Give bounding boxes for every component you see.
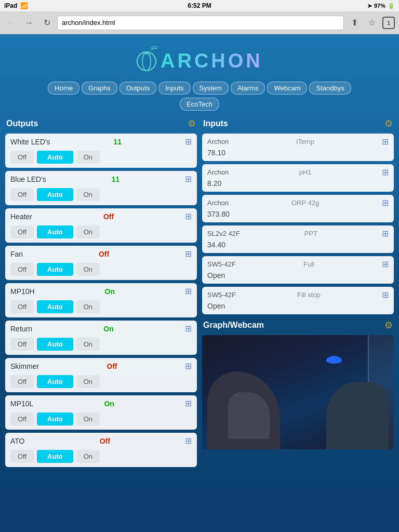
back-button[interactable]: ← <box>4 16 19 30</box>
nav-graphs[interactable]: Graphs <box>82 82 117 95</box>
output-settings-return[interactable]: ⊞ <box>185 324 192 334</box>
graph-webcam-title: Graph/Webcam <box>203 321 264 330</box>
output-value-ato: Off <box>100 437 110 445</box>
outputs-title: Outputs <box>6 119 38 128</box>
input-source-ph1: Archon <box>207 168 229 176</box>
output-auto-skimmer[interactable]: Auto <box>37 375 73 388</box>
status-time: 6:52 PM <box>188 2 211 9</box>
output-auto-white-leds[interactable]: Auto <box>37 151 73 164</box>
output-on-ato[interactable]: On <box>76 450 100 463</box>
input-value-sw5-full: Open <box>207 270 389 280</box>
input-source-itemp: Archon <box>207 138 229 145</box>
output-settings-heater[interactable]: ⊞ <box>185 211 192 221</box>
output-off-ato[interactable]: Off <box>10 450 34 463</box>
output-auto-mp10h[interactable]: Auto <box>37 300 73 313</box>
output-on-skimmer[interactable]: On <box>76 375 100 388</box>
output-card-return: Return On ⊞ Off Auto On <box>5 321 197 355</box>
output-settings-mp10h[interactable]: ⊞ <box>185 286 192 296</box>
output-on-blue-leds[interactable]: On <box>76 188 100 201</box>
nav-alarms[interactable]: Alarms <box>231 82 265 95</box>
main-content: ARCHON Home Graphs Outputs Inputs System… <box>0 34 399 475</box>
nav-inputs[interactable]: Inputs <box>158 82 190 95</box>
input-settings-orp[interactable]: ⊞ <box>382 198 389 208</box>
nav-outputs[interactable]: Outputs <box>119 82 157 95</box>
output-off-mp10h[interactable]: Off <box>10 300 34 313</box>
svg-point-1 <box>142 52 151 71</box>
output-on-fan[interactable]: On <box>76 263 100 276</box>
output-on-return[interactable]: On <box>76 338 100 351</box>
outputs-panel: Outputs ⚙ White LED's 11 ⊞ Off Auto On <box>5 116 197 470</box>
graph-webcam-section: Graph/Webcam ⚙ <box>202 317 394 449</box>
nav-system[interactable]: System <box>193 82 229 95</box>
output-value-heater: Off <box>103 212 114 221</box>
output-on-white-leds[interactable]: On <box>76 151 100 164</box>
tab-count[interactable]: 1 <box>382 17 395 29</box>
output-auto-fan[interactable]: Auto <box>37 263 73 276</box>
bookmark-button[interactable]: ☆ <box>365 16 379 30</box>
address-input[interactable] <box>57 16 344 30</box>
output-value-white-leds: 11 <box>114 138 122 146</box>
output-settings-white-leds[interactable]: ⊞ <box>185 137 192 147</box>
input-source-sw5-full: SW5-42F <box>207 260 236 268</box>
nav-ecotech[interactable]: EcoTech <box>180 98 219 111</box>
battery-label: 97% <box>374 3 385 9</box>
logo-area: ARCHON <box>5 39 394 82</box>
output-name-white-leds: White LED's <box>10 138 50 146</box>
output-settings-blue-leds[interactable]: ⊞ <box>185 174 192 184</box>
input-value-itemp: 78.10 <box>207 148 389 157</box>
output-auto-return[interactable]: Auto <box>37 338 73 351</box>
output-auto-heater[interactable]: Auto <box>37 225 73 238</box>
output-off-return[interactable]: Off <box>10 338 34 351</box>
inputs-title: Inputs <box>203 119 228 128</box>
nav-home[interactable]: Home <box>48 82 79 95</box>
output-on-heater[interactable]: On <box>76 225 100 238</box>
output-settings-fan[interactable]: ⊞ <box>185 249 192 259</box>
output-off-blue-leds[interactable]: Off <box>10 188 34 201</box>
output-auto-ato[interactable]: Auto <box>37 450 73 463</box>
output-auto-blue-leds[interactable]: Auto <box>37 188 73 201</box>
output-card-skimmer: Skimmer Off ⊞ Off Auto On <box>5 358 197 392</box>
nav-webcam[interactable]: Webcam <box>267 82 307 95</box>
output-on-mp10l[interactable]: On <box>76 413 100 425</box>
output-name-blue-leds: Blue LED's <box>10 175 46 183</box>
output-off-heater[interactable]: Off <box>10 225 34 238</box>
output-on-mp10h[interactable]: On <box>76 300 100 313</box>
graph-webcam-settings-icon[interactable]: ⚙ <box>384 320 393 331</box>
output-name-mp10l: MP10L <box>10 400 33 408</box>
svg-point-2 <box>145 51 148 55</box>
output-off-white-leds[interactable]: Off <box>10 151 34 164</box>
input-settings-ph1[interactable]: ⊞ <box>382 167 389 177</box>
input-settings-itemp[interactable]: ⊞ <box>382 137 389 147</box>
output-card-heater: Heater Off ⊞ Off Auto On <box>5 208 197 243</box>
input-settings-sw5-fill[interactable]: ⊞ <box>382 290 389 300</box>
input-card-itemp: Archon iTemp ⊞ 78.10 <box>202 134 394 161</box>
forward-button[interactable]: → <box>22 16 36 30</box>
output-auto-mp10l[interactable]: Auto <box>37 413 73 425</box>
reload-button[interactable]: ↻ <box>39 16 54 30</box>
output-settings-ato[interactable]: ⊞ <box>185 436 192 446</box>
output-off-mp10l[interactable]: Off <box>10 413 34 425</box>
output-value-skimmer: Off <box>107 362 117 370</box>
output-card-fan: Fan Off ⊞ Off Auto On <box>5 246 197 280</box>
input-value-sw5-fill: Open <box>207 301 389 310</box>
nav-standbys[interactable]: Standbys <box>309 82 351 95</box>
input-settings-sw5-full[interactable]: ⊞ <box>382 259 389 269</box>
output-value-mp10l: On <box>104 400 114 408</box>
webcam-container <box>202 335 394 449</box>
output-value-mp10h: On <box>105 287 115 296</box>
output-name-mp10h: MP10H <box>10 287 35 296</box>
coral-3 <box>228 392 270 439</box>
share-button[interactable]: ⬆ <box>347 16 362 30</box>
input-value-ppt: 34.40 <box>207 240 389 249</box>
input-settings-ppt[interactable]: ⊞ <box>382 229 389 238</box>
input-name-ppt: PPT <box>304 230 317 237</box>
inputs-settings-icon[interactable]: ⚙ <box>384 118 393 129</box>
output-off-skimmer[interactable]: Off <box>10 375 34 388</box>
output-settings-mp10l[interactable]: ⊞ <box>185 398 192 408</box>
output-settings-skimmer[interactable]: ⊞ <box>185 361 192 371</box>
output-off-fan[interactable]: Off <box>10 263 34 276</box>
output-name-ato: ATO <box>10 437 25 445</box>
output-name-return: Return <box>10 325 32 333</box>
inputs-header: Inputs ⚙ <box>202 116 394 131</box>
outputs-settings-icon[interactable]: ⚙ <box>188 118 196 129</box>
